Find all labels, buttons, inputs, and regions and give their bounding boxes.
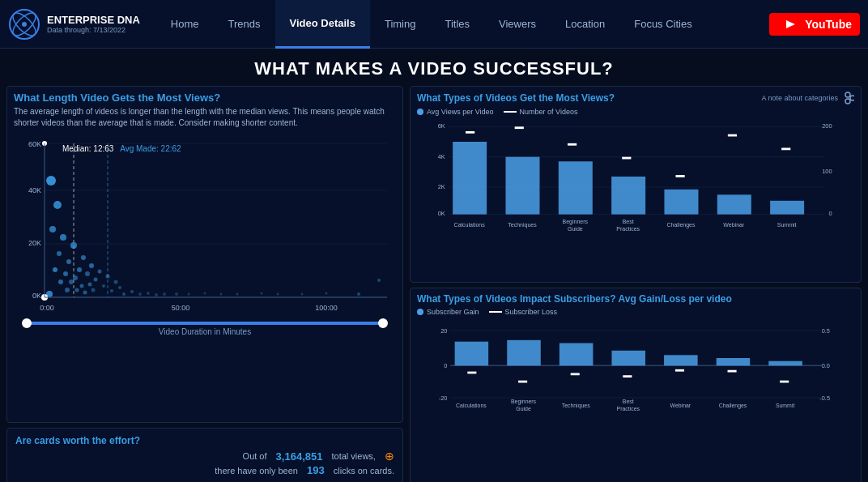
svg-point-22 — [49, 226, 56, 232]
svg-rect-97 — [664, 190, 698, 215]
svg-text:2K: 2K — [438, 183, 445, 190]
svg-text:0.5: 0.5 — [822, 326, 830, 334]
svg-text:Webinar: Webinar — [670, 402, 691, 407]
nav-titles[interactable]: Titles — [430, 0, 484, 49]
svg-text:4K: 4K — [438, 153, 445, 160]
svg-rect-135 — [768, 360, 802, 365]
slider-container: Video Duration in Minutes — [14, 322, 396, 336]
svg-point-39 — [85, 271, 90, 276]
cards-views: 3,164,851 — [276, 450, 323, 463]
sub-chart-section: What Types of Videos Impact Subscribers?… — [410, 288, 862, 483]
svg-text:20K: 20K — [28, 239, 41, 247]
svg-rect-99 — [717, 194, 751, 214]
note-icon — [841, 92, 854, 105]
svg-rect-91 — [505, 157, 539, 215]
logo-area: ENTERPRISE DNA Data through: 7/13/2022 — [8, 8, 140, 41]
legend-dot-views — [417, 109, 423, 115]
cards-post-2: clicks on cards. — [334, 466, 394, 476]
svg-text:0: 0 — [829, 210, 832, 217]
svg-text:6K: 6K — [438, 122, 445, 130]
youtube-label: YouTube — [805, 18, 852, 31]
logo-icon — [8, 8, 40, 41]
svg-point-42 — [91, 288, 96, 292]
svg-point-54 — [155, 293, 158, 296]
views-chart-header: What Types of Videos Get the Most Views?… — [417, 92, 854, 105]
svg-text:Beginners: Beginners — [563, 219, 589, 225]
nav-focus-cities[interactable]: Focus Cities — [619, 0, 707, 49]
svg-point-52 — [138, 292, 142, 296]
legend-line-loss — [489, 311, 502, 313]
svg-point-3 — [22, 22, 27, 27]
views-bar-chart: 6K 4K 2K 0K 200 100 0 — [417, 119, 854, 232]
youtube-button[interactable]: YouTube — [769, 13, 860, 36]
scatter-svg: 60K 40K 20K 0K 0:00 50:00 100:00 — [14, 132, 396, 318]
nav-trends[interactable]: Trends — [214, 0, 275, 49]
cards-row-2: there have only been 193 clicks on cards… — [15, 464, 394, 476]
svg-point-37 — [81, 255, 86, 260]
svg-rect-96 — [622, 157, 631, 160]
svg-text:40K: 40K — [28, 186, 41, 194]
svg-rect-126 — [518, 380, 527, 382]
svg-text:0:00: 0:00 — [40, 304, 54, 312]
logo-text: ENTERPRISE DNA Data through: 7/13/2022 — [47, 14, 140, 35]
svg-point-25 — [57, 251, 62, 256]
svg-point-58 — [204, 292, 206, 295]
svg-rect-129 — [611, 350, 645, 365]
svg-text:0: 0 — [444, 362, 447, 369]
nav-video-details[interactable]: Video Details — [275, 0, 370, 49]
svg-rect-102 — [781, 147, 790, 150]
nav-viewers[interactable]: Viewers — [484, 0, 551, 49]
svg-point-61 — [261, 292, 263, 295]
svg-rect-112 — [434, 319, 837, 416]
nav-location[interactable]: Location — [551, 0, 619, 49]
svg-rect-136 — [780, 380, 789, 382]
views-chart-section: What Types of Videos Get the Most Views?… — [410, 86, 862, 283]
svg-rect-98 — [675, 175, 684, 177]
svg-point-31 — [69, 279, 74, 284]
svg-point-21 — [46, 176, 56, 186]
svg-rect-128 — [571, 373, 580, 375]
svg-text:Beginners: Beginners — [511, 399, 537, 405]
page-title: WHAT MAKES A VIDEO SUCCESSFUL? — [0, 58, 868, 79]
nav-timing[interactable]: Timing — [370, 0, 431, 49]
sub-chart-svg: 20 0 -20 0.5 0.0 -0.5 — [417, 319, 854, 416]
svg-text:Practices: Practices — [617, 405, 640, 411]
svg-rect-6 — [19, 132, 391, 318]
svg-text:Summit: Summit — [776, 402, 794, 407]
svg-point-72 — [845, 92, 850, 97]
slider-thumb-right[interactable] — [378, 318, 388, 328]
cards-row-1: Out of 3,164,851 total views, ⊕ — [15, 450, 394, 463]
page-title-bar: WHAT MAKES A VIDEO SUCCESSFUL? — [0, 49, 868, 86]
legend-label-views: Avg Views per Video — [427, 108, 494, 116]
svg-text:Challenges: Challenges — [719, 402, 747, 408]
cards-section: Are cards worth the effort? Out of 3,164… — [6, 428, 403, 482]
svg-rect-132 — [675, 369, 684, 371]
slider-thumb-left[interactable] — [22, 318, 32, 328]
nav-home[interactable]: Home — [156, 0, 214, 49]
svg-text:Techniques: Techniques — [508, 222, 537, 228]
logo-sub: Data through: 7/13/2022 — [47, 26, 140, 34]
svg-point-28 — [63, 271, 68, 276]
svg-point-26 — [58, 279, 63, 284]
svg-point-46 — [106, 275, 110, 279]
left-panel: What Length Video Gets the Most Views? T… — [6, 86, 403, 482]
svg-rect-124 — [467, 371, 476, 373]
svg-point-36 — [80, 284, 84, 288]
sub-legend: Subscriber Gain Subscriber Loss — [417, 308, 854, 316]
svg-text:0K: 0K — [32, 292, 41, 300]
svg-text:Best: Best — [623, 219, 634, 224]
svg-rect-94 — [568, 143, 577, 146]
svg-point-40 — [88, 283, 92, 287]
svg-point-23 — [53, 267, 57, 272]
legend-sub-gain: Subscriber Gain — [417, 308, 479, 316]
svg-text:Practices: Practices — [616, 226, 640, 232]
svg-point-32 — [70, 242, 77, 249]
svg-point-51 — [130, 290, 134, 293]
svg-point-50 — [122, 292, 126, 296]
legend-dot-gain — [417, 309, 423, 315]
svg-rect-133 — [717, 358, 751, 365]
legend-line-videos — [504, 111, 517, 113]
cards-title: Are cards worth the effort? — [15, 435, 394, 446]
nav: Home Trends Video Details Timing Titles … — [156, 0, 769, 49]
slider-track — [25, 322, 385, 325]
